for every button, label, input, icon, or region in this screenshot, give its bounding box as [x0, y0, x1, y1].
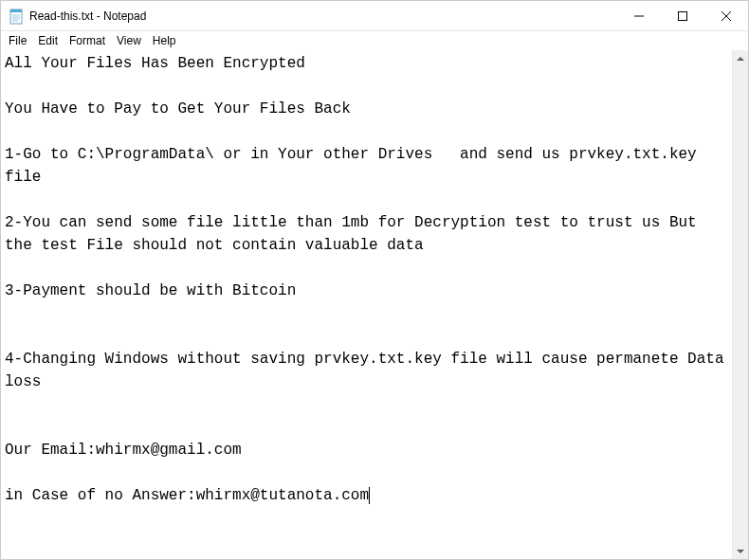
window-title: Read-this.txt - Notepad: [29, 9, 146, 23]
scroll-up-arrow-icon[interactable]: [733, 50, 748, 66]
svg-rect-7: [679, 11, 687, 20]
content-wrap: All Your Files Has Been Encrypted You Ha…: [1, 50, 748, 559]
document-text: All Your Files Has Been Encrypted You Ha…: [5, 55, 733, 504]
menu-view[interactable]: View: [111, 33, 147, 48]
menu-file[interactable]: File: [3, 33, 32, 48]
scroll-down-arrow-icon[interactable]: [733, 543, 748, 559]
maximize-button[interactable]: [661, 1, 704, 31]
minimize-button[interactable]: [617, 1, 661, 31]
svg-rect-1: [10, 9, 22, 12]
text-caret: [369, 487, 370, 504]
notepad-icon: [9, 7, 24, 26]
menu-edit[interactable]: Edit: [32, 33, 64, 48]
titlebar: Read-this.txt - Notepad: [1, 1, 748, 31]
text-area[interactable]: All Your Files Has Been Encrypted You Ha…: [1, 50, 732, 559]
menubar: File Edit Format View Help: [1, 31, 748, 50]
menu-help[interactable]: Help: [147, 33, 182, 48]
vertical-scrollbar[interactable]: [732, 50, 748, 559]
menu-format[interactable]: Format: [64, 33, 111, 48]
close-button[interactable]: [704, 1, 748, 31]
scrollbar-track[interactable]: [733, 66, 748, 543]
